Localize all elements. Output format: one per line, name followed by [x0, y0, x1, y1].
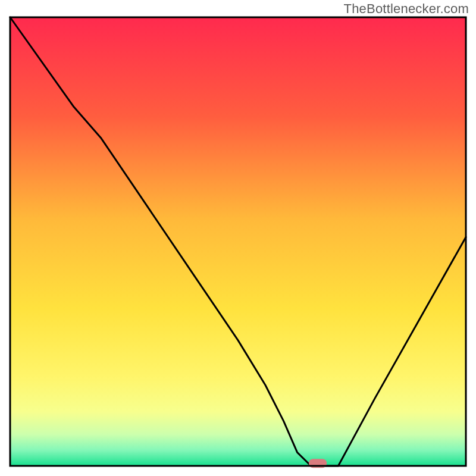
chart-container: TheBottlenecker.com [0, 0, 476, 476]
plot-background [10, 17, 466, 466]
bottleneck-chart [0, 0, 476, 476]
